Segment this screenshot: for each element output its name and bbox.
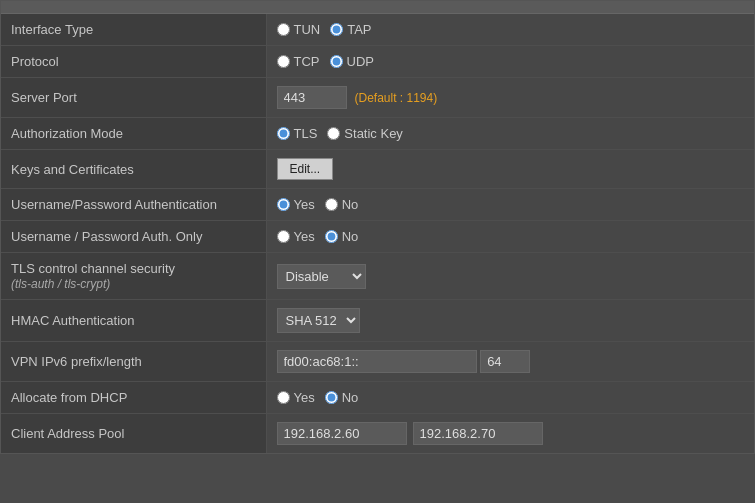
radio-option-label-tls: TLS [294, 126, 318, 141]
radio-tls[interactable] [277, 127, 290, 140]
radio-label-yes[interactable]: Yes [277, 197, 315, 212]
row-label-sub: (tls-auth / tls-crypt) [11, 277, 110, 291]
row-value [266, 342, 754, 382]
row-value: TUNTAP [266, 14, 754, 46]
ipv6-address-input[interactable] [277, 350, 477, 373]
row-value: YesNo [266, 221, 754, 253]
row-value: SHA 512SHA 256SHA 1MD5 [266, 300, 754, 342]
row-value: YesNo [266, 189, 754, 221]
radio-udp[interactable] [330, 55, 343, 68]
row-value: YesNo [266, 382, 754, 414]
row-value: DisableTLS AuthTLS Crypt [266, 253, 754, 300]
radio-yes-no-group: YesNo [277, 390, 745, 405]
row-label: HMAC Authentication [1, 300, 266, 342]
pool-end-input[interactable] [413, 422, 543, 445]
select-input[interactable]: DisableTLS AuthTLS Crypt [277, 264, 366, 289]
radio-option-label-yes: Yes [294, 229, 315, 244]
settings-table: Interface TypeTUNTAPProtocolTCPUDPServer… [1, 14, 754, 453]
radio-no[interactable] [325, 391, 338, 404]
radio-label-tun[interactable]: TUN [277, 22, 321, 37]
radio-yes[interactable] [277, 230, 290, 243]
radio-option-label-no: No [342, 390, 359, 405]
row-value: Edit... [266, 150, 754, 189]
radio-option-label-yes: Yes [294, 197, 315, 212]
radio-label-udp[interactable]: UDP [330, 54, 374, 69]
pool-start-input[interactable] [277, 422, 407, 445]
radio-group: TLSStatic Key [277, 126, 745, 141]
radio-no[interactable] [325, 230, 338, 243]
radio-tap[interactable] [330, 23, 343, 36]
row-label: Protocol [1, 46, 266, 78]
radio-yes[interactable] [277, 391, 290, 404]
row-label: Keys and Certificates [1, 150, 266, 189]
radio-label-no[interactable]: No [325, 197, 359, 212]
table-row: VPN IPv6 prefix/length [1, 342, 754, 382]
row-label: Username / Password Auth. Only [1, 221, 266, 253]
row-label: Username/Password Authentication [1, 189, 266, 221]
radio-tun[interactable] [277, 23, 290, 36]
radio-yes-no-group: YesNo [277, 229, 745, 244]
edit-button[interactable]: Edit... [277, 158, 334, 180]
radio-tcp[interactable] [277, 55, 290, 68]
radio-no[interactable] [325, 198, 338, 211]
row-value: TLSStatic Key [266, 118, 754, 150]
radio-group: TCPUDP [277, 54, 745, 69]
row-label-main: TLS control channel security [11, 261, 175, 276]
row-label: Allocate from DHCP [1, 382, 266, 414]
table-row: Username/Password AuthenticationYesNo [1, 189, 754, 221]
radio-option-label-udp: UDP [347, 54, 374, 69]
radio-group: TUNTAP [277, 22, 745, 37]
table-row: TLS control channel security(tls-auth / … [1, 253, 754, 300]
radio-option-label-yes: Yes [294, 390, 315, 405]
row-value: TCPUDP [266, 46, 754, 78]
row-label: Authorization Mode [1, 118, 266, 150]
radio-label-tap[interactable]: TAP [330, 22, 371, 37]
prefix-length-input[interactable] [480, 350, 530, 373]
radio-option-label-no: No [342, 197, 359, 212]
radio-label-yes[interactable]: Yes [277, 390, 315, 405]
server-port-input[interactable] [277, 86, 347, 109]
radio-static[interactable] [327, 127, 340, 140]
radio-label-yes[interactable]: Yes [277, 229, 315, 244]
panel-title [1, 1, 754, 14]
radio-label-no[interactable]: No [325, 229, 359, 244]
radio-label-no[interactable]: No [325, 390, 359, 405]
radio-label-tls[interactable]: TLS [277, 126, 318, 141]
radio-option-label-no: No [342, 229, 359, 244]
radio-label-static[interactable]: Static Key [327, 126, 403, 141]
radio-option-label-tap: TAP [347, 22, 371, 37]
port-default-hint: (Default : 1194) [355, 91, 438, 105]
table-row: Allocate from DHCPYesNo [1, 382, 754, 414]
table-row: Client Address Pool [1, 414, 754, 454]
row-value: (Default : 1194) [266, 78, 754, 118]
row-value [266, 414, 754, 454]
table-row: Interface TypeTUNTAP [1, 14, 754, 46]
row-label: Client Address Pool [1, 414, 266, 454]
table-row: ProtocolTCPUDP [1, 46, 754, 78]
radio-label-tcp[interactable]: TCP [277, 54, 320, 69]
row-label: Interface Type [1, 14, 266, 46]
select-input[interactable]: SHA 512SHA 256SHA 1MD5 [277, 308, 360, 333]
table-row: Authorization ModeTLSStatic Key [1, 118, 754, 150]
radio-yes[interactable] [277, 198, 290, 211]
radio-yes-no-group: YesNo [277, 197, 745, 212]
radio-option-label-static: Static Key [344, 126, 403, 141]
table-row: Keys and CertificatesEdit... [1, 150, 754, 189]
table-row: Server Port(Default : 1194) [1, 78, 754, 118]
row-label: Server Port [1, 78, 266, 118]
table-row: HMAC AuthenticationSHA 512SHA 256SHA 1MD… [1, 300, 754, 342]
row-label: TLS control channel security(tls-auth / … [1, 253, 266, 300]
row-label: VPN IPv6 prefix/length [1, 342, 266, 382]
radio-option-label-tun: TUN [294, 22, 321, 37]
advanced-settings-panel: Interface TypeTUNTAPProtocolTCPUDPServer… [0, 0, 755, 454]
table-row: Username / Password Auth. OnlyYesNo [1, 221, 754, 253]
radio-option-label-tcp: TCP [294, 54, 320, 69]
